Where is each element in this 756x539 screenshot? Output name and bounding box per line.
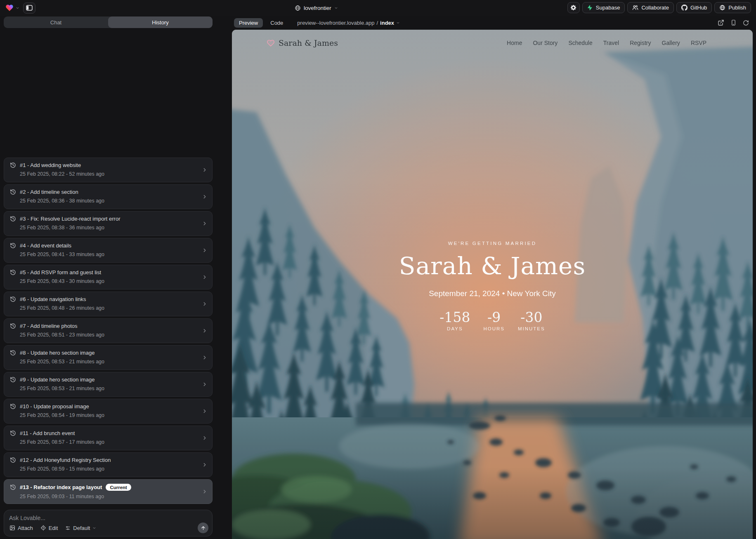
current-badge: Current bbox=[106, 484, 131, 491]
history-icon bbox=[10, 189, 16, 195]
history-item[interactable]: #2 - Add timeline section 25 Feb 2025, 0… bbox=[4, 184, 213, 209]
history-item[interactable]: #6 - Update navigation links 25 Feb 2025… bbox=[4, 292, 213, 316]
preview-url-host: preview--lovefrontier.lovable.app bbox=[297, 20, 374, 26]
nav-link[interactable]: Travel bbox=[603, 40, 619, 46]
countdown-unit: -9 HOURS bbox=[483, 311, 505, 331]
site-preview: Sarah & James HomeOur StoryScheduleTrave… bbox=[232, 30, 753, 539]
composer: Attach Edit Default bbox=[4, 510, 213, 537]
site-logo-text: Sarah & James bbox=[279, 38, 338, 47]
history-item-timestamp: 25 Feb 2025, 08:36 - 38 minutes ago bbox=[20, 198, 206, 204]
tab-chat[interactable]: Chat bbox=[4, 16, 108, 28]
history-icon bbox=[10, 242, 16, 249]
chevron-right-icon bbox=[202, 462, 208, 468]
history-item[interactable]: #1 - Add wedding website 25 Feb 2025, 08… bbox=[4, 158, 213, 182]
refresh-button[interactable] bbox=[743, 20, 749, 26]
chevron-right-icon bbox=[202, 274, 208, 280]
tab-code[interactable]: Code bbox=[265, 18, 288, 28]
preview-url[interactable]: preview--lovefrontier.lovable.app / inde… bbox=[297, 20, 400, 26]
countdown-label: HOURS bbox=[483, 326, 505, 331]
history-item[interactable]: #10 - Update proposal image 25 Feb 2025,… bbox=[4, 399, 213, 424]
history-item-timestamp: 25 Feb 2025, 08:51 - 23 minutes ago bbox=[20, 332, 206, 338]
history-item[interactable]: #8 - Update hero section image 25 Feb 20… bbox=[4, 345, 213, 370]
attach-button[interactable]: Attach bbox=[9, 525, 33, 531]
history-item-timestamp: 25 Feb 2025, 08:53 - 21 minutes ago bbox=[20, 386, 206, 391]
chevron-right-icon bbox=[202, 194, 208, 200]
history-item-title: #5 - Add RSVP form and guest list bbox=[20, 269, 101, 275]
publish-label: Publish bbox=[728, 5, 746, 11]
history-item[interactable]: #9 - Update hero section image 25 Feb 20… bbox=[4, 372, 213, 397]
history-icon bbox=[10, 484, 16, 490]
hero-dateline: September 21, 2024 • New York City bbox=[232, 289, 753, 298]
history-item[interactable]: #5 - Add RSVP form and guest list 25 Feb… bbox=[4, 265, 213, 290]
project-switcher[interactable]: lovefrontier bbox=[295, 0, 338, 16]
supabase-label: Supabase bbox=[596, 5, 620, 11]
mobile-view-button[interactable] bbox=[730, 19, 737, 26]
history-item-title: #2 - Add timeline section bbox=[20, 189, 78, 195]
history-item[interactable]: #4 - Add event details 25 Feb 2025, 08:4… bbox=[4, 238, 213, 263]
history-item-timestamp: 25 Feb 2025, 08:43 - 30 minutes ago bbox=[20, 278, 206, 284]
nav-link[interactable]: RSVP bbox=[691, 40, 706, 46]
history-item[interactable]: #11 - Add brunch event 25 Feb 2025, 08:5… bbox=[4, 426, 213, 450]
history-item[interactable]: #7 - Add timeline photos 25 Feb 2025, 08… bbox=[4, 318, 213, 343]
refresh-icon bbox=[743, 20, 749, 26]
github-label: GitHub bbox=[690, 5, 707, 11]
hero-content: WE'RE GETTING MARRIED Sarah & James Sept… bbox=[232, 241, 753, 331]
open-in-new-window-button[interactable] bbox=[718, 19, 724, 26]
nav-link[interactable]: Registry bbox=[630, 40, 651, 46]
history-icon bbox=[10, 430, 16, 436]
preview-toolbar: Preview Code preview--lovefrontier.lovab… bbox=[229, 16, 754, 30]
hero-eyebrow: WE'RE GETTING MARRIED bbox=[232, 241, 753, 246]
history-item[interactable]: #13 - Refactor index page layout Current… bbox=[4, 479, 213, 504]
nav-link[interactable]: Our Story bbox=[533, 40, 558, 46]
edit-button[interactable]: Edit bbox=[40, 525, 58, 531]
prompt-input[interactable] bbox=[9, 515, 207, 521]
settings-button[interactable] bbox=[567, 2, 580, 13]
supabase-icon bbox=[587, 5, 593, 11]
github-icon bbox=[681, 5, 687, 11]
history-item-title: #3 - Fix: Resolve Lucide-react import er… bbox=[20, 216, 120, 222]
edit-label: Edit bbox=[49, 525, 58, 531]
nav-link[interactable]: Gallery bbox=[662, 40, 680, 46]
chevron-right-icon bbox=[202, 167, 208, 173]
send-button[interactable] bbox=[198, 523, 208, 533]
tab-preview[interactable]: Preview bbox=[234, 18, 263, 28]
history-item[interactable]: #12 - Add Honeyfund Registry Section 25 … bbox=[4, 452, 213, 477]
history-item-title: #13 - Refactor index page layout bbox=[20, 484, 102, 490]
history-item-timestamp: 25 Feb 2025, 08:38 - 36 minutes ago bbox=[20, 225, 206, 231]
site-logo[interactable]: Sarah & James bbox=[267, 38, 338, 47]
github-button[interactable]: GitHub bbox=[676, 2, 712, 13]
supabase-button[interactable]: Supabase bbox=[582, 2, 625, 13]
history-icon bbox=[10, 269, 16, 275]
target-icon bbox=[40, 525, 46, 531]
nav-link[interactable]: Home bbox=[507, 40, 522, 46]
chevron-down-icon bbox=[16, 6, 19, 10]
history-item-timestamp: 25 Feb 2025, 08:41 - 33 minutes ago bbox=[20, 252, 206, 257]
history-item[interactable]: #3 - Fix: Resolve Lucide-react import er… bbox=[4, 211, 213, 236]
publish-button[interactable]: Publish bbox=[714, 2, 751, 13]
globe-icon bbox=[295, 5, 301, 11]
chevron-right-icon bbox=[202, 489, 208, 494]
history-item-timestamp: 25 Feb 2025, 08:59 - 15 minutes ago bbox=[20, 466, 206, 472]
lovable-logo-menu[interactable] bbox=[5, 4, 19, 12]
attach-label: Attach bbox=[18, 525, 33, 531]
toggle-sidebar-button[interactable] bbox=[23, 2, 35, 14]
image-icon bbox=[9, 525, 15, 531]
chevron-down-icon bbox=[334, 6, 338, 10]
mode-select[interactable]: Default bbox=[65, 525, 96, 531]
countdown: -158 DAYS -9 HOURS -30 MINUTES bbox=[232, 311, 753, 331]
chevron-right-icon bbox=[202, 328, 208, 334]
history-item-title: #11 - Add brunch event bbox=[20, 430, 75, 436]
countdown-value: -9 bbox=[483, 311, 505, 324]
panel-left-icon bbox=[26, 5, 33, 11]
tab-history[interactable]: History bbox=[108, 16, 213, 28]
countdown-label: DAYS bbox=[439, 326, 470, 331]
countdown-unit: -30 MINUTES bbox=[518, 311, 545, 331]
nav-link[interactable]: Schedule bbox=[568, 40, 592, 46]
history-icon bbox=[10, 216, 16, 222]
topbar: lovefrontier Supabase bbox=[0, 0, 756, 16]
gear-icon bbox=[570, 5, 576, 11]
hero-title: Sarah & James bbox=[232, 254, 753, 278]
collaborate-button[interactable]: Collaborate bbox=[627, 2, 674, 13]
chevron-down-icon bbox=[92, 526, 96, 530]
preview-url-page: index bbox=[380, 20, 394, 26]
